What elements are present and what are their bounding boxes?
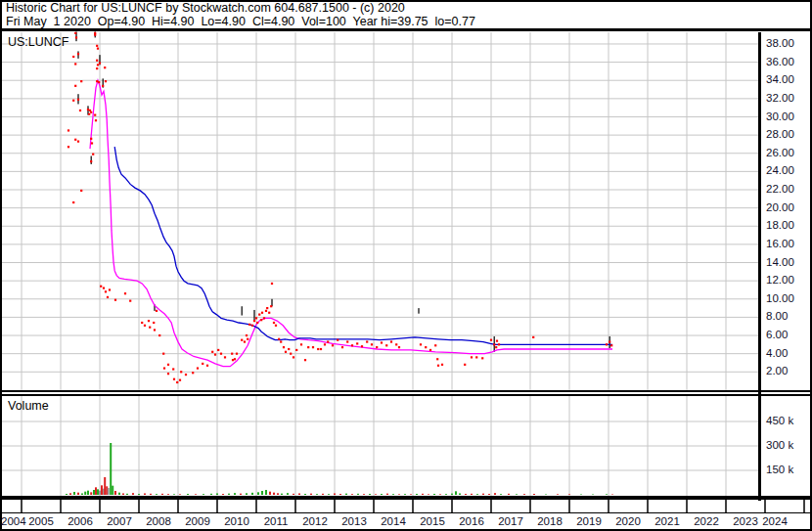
frame-line [0,512,812,513]
price-dot [202,363,203,365]
volume-bar [138,494,140,495]
price-dot [103,288,105,289]
price-dot [90,111,92,113]
price-dot [87,109,89,111]
frame-line [0,0,2,531]
price-dot [495,346,497,348]
volume-bar [216,494,218,496]
volume-bar [445,494,447,495]
volume-bar [167,494,169,495]
volume-bar [568,494,570,495]
price-dot [490,339,492,341]
price-dot [260,319,262,321]
volume-bar [81,494,83,496]
header-quote-line: Fri May 1 2020 Op=4.90 Hi=4.90 Lo=4.90 C… [6,15,475,28]
price-dot [74,85,76,87]
price-dot [481,357,483,359]
volume-bar [97,489,99,495]
price-dot [268,312,270,314]
volume-label: Volume [8,399,49,413]
volume-bar [316,494,318,495]
price-dot [79,110,81,111]
year-label: 2012 [302,515,328,527]
historic-price-volume-chart: 2004200520062007200820092010201120122013… [0,0,812,531]
volume-bar [381,494,383,495]
volume-bar [375,494,377,495]
price-dot [317,348,319,350]
x-axis-tick [568,500,570,512]
price-dot [271,283,273,285]
price-dot [273,322,275,324]
price-dot [606,343,608,345]
x-axis-tick [334,500,336,512]
price-dot [244,340,246,342]
price-dot [88,113,90,115]
volume-bar [465,494,467,495]
volume-bar [156,494,158,495]
symbol-label: US:LUNCF [8,35,69,49]
price-dot [285,351,287,353]
price-dot [167,364,169,366]
price-dot [94,32,96,34]
slow-ma-polyline [114,147,612,344]
price-dot [224,356,226,358]
price-dot [90,138,92,140]
price-dot [265,310,267,312]
price-dot [236,353,238,355]
volume-chart-gridlines [2,396,758,496]
x-axis-tick [803,500,805,512]
volume-bar [439,494,441,495]
price-dot [179,379,181,381]
price-dot [77,99,79,101]
price-axis-label: 26.00 [766,147,794,158]
price-dot [94,114,96,116]
volume-bar [476,494,478,495]
x-axis-tick [177,500,179,512]
volume-bar [187,494,189,495]
price-dot [337,339,338,341]
price-dot [498,343,500,345]
volume-bar [222,494,224,495]
price-dot [251,325,253,327]
price-dot [74,139,76,141]
volume-bar [386,494,388,495]
price-dot [270,305,272,307]
volume-bar [118,493,120,495]
x-axis-tick [490,500,492,512]
volume-bar [251,493,253,495]
volume-bar [240,494,242,495]
price-dot [278,338,280,340]
price-axis-label: 12.00 [766,274,794,286]
price-dot [211,351,213,353]
year-label: 2021 [654,515,680,527]
price-dot [371,343,373,345]
price-axis-label: 16.00 [766,238,794,249]
frame-line [0,394,812,396]
volume-bar [179,494,181,495]
volume-bar [363,494,365,495]
price-axis-label: 2.00 [766,365,788,376]
volume-bar [298,494,300,496]
price-dot [293,356,294,358]
price-dot [124,292,126,294]
price-dot [95,119,97,121]
x-axis-tick [21,500,23,512]
volume-bar [433,494,435,495]
price-axis-label: 30.00 [766,111,794,122]
x-axis-tick [60,500,62,512]
price-dot [74,32,76,34]
price-dot [104,66,106,68]
volume-bar [416,494,418,495]
price-axis-label: 20.00 [766,201,794,213]
price-dot [304,359,306,361]
price-dot [105,80,107,82]
volume-bar [304,494,306,495]
volume-bar [273,493,275,495]
volume-bar [108,488,110,495]
high-low-bar [418,308,419,314]
price-dot [385,344,387,346]
year-label: 2007 [107,515,132,527]
fast-moving-average-line [90,80,612,367]
price-axis-label: 4.00 [766,347,788,359]
high-low-bar [271,299,272,306]
